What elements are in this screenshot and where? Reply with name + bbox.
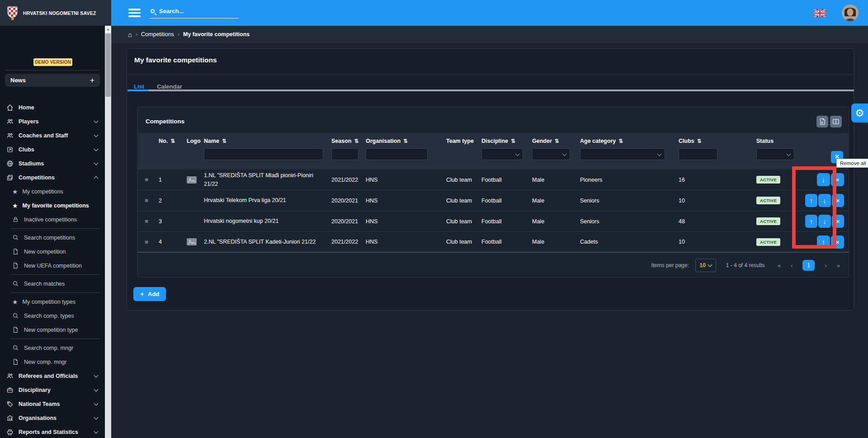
move-up-button[interactable]: ↑: [805, 215, 817, 228]
page-size-select[interactable]: 10: [695, 259, 716, 272]
search-icon: [12, 312, 19, 320]
sidebar-item-players[interactable]: Players: [0, 114, 105, 128]
name-filter-input[interactable]: [204, 148, 323, 160]
drag-handle-icon[interactable]: ≡: [145, 218, 148, 225]
sort-icon[interactable]: ⇅: [354, 138, 359, 144]
age-category-filter-select[interactable]: [580, 148, 665, 160]
sidebar-item-reports-and-statistics[interactable]: Reports and Statistics: [0, 425, 105, 438]
language-flag-icon[interactable]: [814, 9, 826, 17]
sidebar-item-my-competition-types[interactable]: ★ My competition types: [0, 295, 105, 309]
remove-favorite-button[interactable]: ×: [831, 173, 844, 186]
search-input[interactable]: [158, 7, 226, 15]
table-header: No.⇅ Logo Name⇅ Season⇅ Organisation⇅: [138, 133, 849, 170]
table-body: ≡ 1 1.NL "SREDIŠTA SPLIT Mlađi pioniri-P…: [138, 170, 849, 253]
discipline-filter-select[interactable]: [481, 148, 523, 160]
sidebar-item-coaches-and-staff[interactable]: Coaches and Staff: [0, 128, 105, 142]
cell-organisation: HNS: [362, 170, 443, 190]
sort-icon[interactable]: ⇅: [618, 138, 623, 144]
move-up-button[interactable]: ↑: [805, 194, 817, 207]
sidebar-item-home[interactable]: Home: [0, 100, 105, 114]
gender-filter-select[interactable]: [532, 148, 570, 160]
cell-gender: Male: [528, 211, 576, 231]
current-page-button[interactable]: 1: [802, 260, 815, 271]
sort-icon[interactable]: ⇅: [511, 138, 515, 144]
remove-favorite-button[interactable]: ×: [832, 194, 844, 207]
sidebar-item-stadiums[interactable]: Stadiums: [0, 156, 105, 170]
sidebar-item-clubs[interactable]: Clubs: [0, 142, 105, 156]
sort-icon[interactable]: ⇅: [170, 138, 175, 144]
drag-handle-icon[interactable]: ≡: [145, 176, 148, 183]
cell-actions: ↑ ↓ ×: [802, 211, 849, 231]
sidebar-item-my-competitions[interactable]: ★ My competitions: [0, 184, 105, 198]
sidebar-item-organisations[interactable]: Organisations: [0, 411, 105, 425]
sidebar-item-search-matches[interactable]: Search matches: [0, 277, 105, 291]
plus-icon[interactable]: +: [90, 76, 94, 85]
remove-favorite-button[interactable]: ×: [831, 235, 844, 249]
move-down-button[interactable]: ↓: [818, 194, 830, 207]
cell-logo: [183, 170, 200, 190]
last-page-button[interactable]: »: [837, 262, 840, 269]
cell-age-category: Pioneers: [576, 170, 675, 190]
chevron-down-icon: [94, 160, 99, 165]
cell-team-type: Club team: [443, 170, 478, 190]
sort-icon[interactable]: ⇅: [403, 138, 408, 144]
hamburger-menu-icon[interactable]: [128, 9, 141, 17]
sidebar-item-national-teams[interactable]: National Teams: [0, 397, 105, 411]
cell-clubs: 48: [675, 211, 753, 231]
cell-age-category: Seniors: [576, 190, 675, 211]
cell-actions: ↑ ↓ ×: [802, 190, 849, 211]
news-button[interactable]: News +: [5, 74, 100, 87]
add-button[interactable]: + Add: [133, 287, 166, 301]
export-excel-button[interactable]: [816, 116, 828, 127]
scrollbar-up-arrow[interactable]: ▲: [105, 26, 111, 33]
cell-status: ACTIVE: [753, 190, 802, 211]
scrollbar-thumb[interactable]: [105, 33, 111, 97]
players-icon: [6, 118, 14, 125]
sort-icon[interactable]: ⇅: [697, 138, 702, 144]
user-avatar[interactable]: [842, 5, 859, 21]
gear-icon: ⚙: [855, 107, 864, 119]
theme-settings-button[interactable]: ⚙: [851, 104, 868, 122]
status-filter-select[interactable]: [756, 148, 794, 160]
drag-handle-icon[interactable]: ≡: [145, 239, 148, 245]
sidebar-item-competitions[interactable]: Competitions: [0, 170, 105, 184]
breadcrumb-current[interactable]: My favorite competitions: [183, 31, 250, 38]
sort-icon[interactable]: ⇅: [555, 138, 559, 144]
first-page-button[interactable]: «: [778, 262, 781, 269]
clubs-filter-input[interactable]: [679, 148, 717, 160]
sidebar-item-new-comp-mngr[interactable]: New comp. mngr: [0, 355, 105, 369]
sort-icon[interactable]: ⇅: [222, 138, 226, 144]
chevron-down-icon: [94, 415, 99, 419]
sidebar-item-search-comp-mngr[interactable]: Search comp. mngr: [0, 341, 105, 355]
file-icon: [12, 358, 19, 366]
drag-handle-icon[interactable]: ≡: [145, 197, 148, 204]
organisation-filter-input[interactable]: [366, 148, 428, 160]
sidebar-item-new-competition[interactable]: New competition: [0, 245, 105, 259]
move-down-button[interactable]: ↓: [817, 173, 830, 186]
previous-page-button[interactable]: ‹: [791, 262, 793, 269]
next-page-button[interactable]: ›: [825, 262, 826, 269]
column-header-status: Status: [753, 133, 802, 170]
chevron-down-icon: [787, 151, 791, 156]
sidebar-item-new-uefa-competition[interactable]: New UEFA competition: [0, 259, 105, 273]
sidebar-item-my-favorite-competitions[interactable]: ★ My favorite competitions: [0, 198, 105, 212]
column-settings-button[interactable]: [830, 116, 842, 127]
season-filter-input[interactable]: [331, 148, 359, 160]
sidebar-item-new-competition-type[interactable]: New competition type: [0, 323, 105, 337]
sidebar-item-search-competitions[interactable]: Search competitions: [0, 231, 105, 245]
move-down-button[interactable]: ↓: [818, 215, 830, 228]
lock-icon: [12, 216, 19, 223]
chevron-down-icon: [94, 429, 99, 433]
home-icon[interactable]: ⌂: [128, 31, 132, 38]
sidebar-item-disciplinary[interactable]: Disciplinary: [0, 383, 105, 397]
sidebar-item-referees-and-officials[interactable]: Referees and Officials: [0, 369, 105, 383]
breadcrumb-competitions[interactable]: Competitions: [141, 31, 174, 38]
page-title: My favorite competitions: [134, 56, 217, 64]
move-up-button[interactable]: ↑: [817, 235, 830, 249]
cell-no: 3: [155, 211, 183, 231]
remove-favorite-button[interactable]: ×: [832, 215, 844, 228]
sidebar-item-inactive-competitions[interactable]: Inactive competitions: [0, 212, 105, 226]
cell-no: 1: [155, 170, 183, 190]
sidebar-item-search-comp-types[interactable]: Search comp. types: [0, 309, 105, 323]
sidebar-scrollbar[interactable]: ▲: [105, 26, 111, 438]
